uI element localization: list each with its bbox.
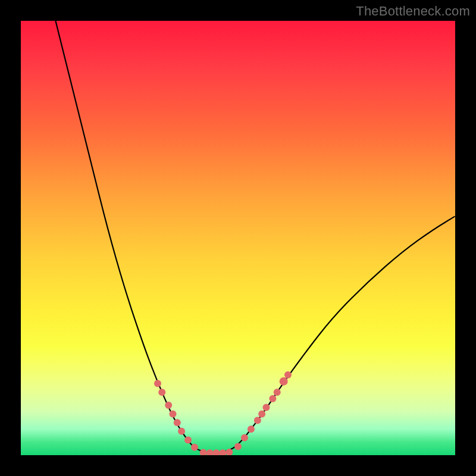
data-marker	[174, 419, 181, 426]
data-marker	[178, 428, 185, 435]
data-marker	[213, 449, 220, 455]
data-marker	[219, 449, 226, 455]
data-marker	[269, 395, 276, 402]
data-marker	[241, 434, 248, 441]
plot-area	[21, 21, 455, 455]
bottleneck-curve	[55, 21, 455, 453]
data-marker	[280, 377, 288, 386]
data-marker	[262, 404, 270, 411]
watermark-text: TheBottleneck.com	[356, 4, 470, 19]
data-marker	[284, 371, 292, 378]
data-marker	[184, 436, 192, 443]
data-marker	[258, 411, 265, 418]
data-marker	[191, 444, 198, 451]
data-marker	[165, 402, 172, 409]
curve-layer	[21, 21, 455, 455]
data-marker	[154, 380, 161, 387]
data-marker	[274, 389, 281, 396]
data-marker	[206, 449, 214, 455]
data-marker	[234, 443, 242, 450]
chart-frame: TheBottleneck.com	[0, 0, 476, 476]
data-marker	[248, 425, 255, 433]
data-marker	[158, 389, 165, 396]
data-marker	[170, 411, 177, 418]
data-marker	[200, 449, 207, 455]
data-marker	[254, 417, 261, 424]
data-markers	[154, 371, 292, 455]
